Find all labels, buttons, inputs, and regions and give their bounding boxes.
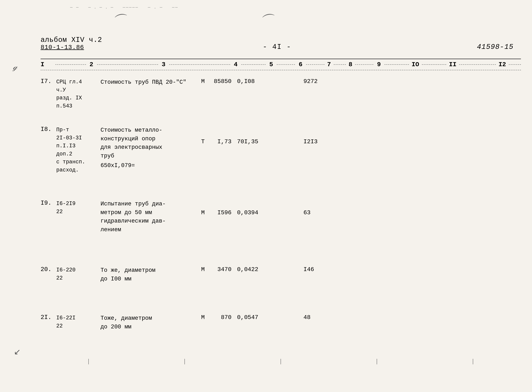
page: — — — . — . — ————— — . — —— ⌒ ⌒ ℊ альбо…: [0, 0, 532, 392]
row-20-norm: 0,0422: [237, 266, 267, 273]
col-header-6: 6: [295, 61, 306, 68]
row-17-desc: Стоимость труб ПВД 20-"С": [100, 77, 197, 87]
row-20-result: I46: [303, 266, 314, 273]
top-decoration: — — — . — . — ————— — . — ——: [70, 5, 499, 10]
header-top-row: альбом XIV ч.2 810-1-13.86 - 4I - 41598-…: [41, 36, 513, 51]
row-18-ref: Пр-т 2I-03-3I п.I.I3 доп.2 с трансп. рас…: [56, 125, 100, 174]
col-header-1: I: [41, 61, 55, 68]
album-title: альбом XIV ч.2: [41, 36, 102, 44]
row-18-norm: 70I,35: [237, 125, 267, 145]
row-19-norm: 0,0394: [237, 199, 267, 216]
bottom-left-mark: ↙: [14, 347, 21, 357]
row-21-desc: Тоже, диаметром до 200 мм: [100, 313, 197, 331]
curve-left-mark: ⌒: [113, 10, 131, 32]
margin-mark-top: ℊ: [13, 63, 17, 72]
row-17-qty: 85850: [209, 77, 237, 85]
row-20-unit: М: [197, 266, 209, 273]
bottom-ticks: [41, 359, 521, 364]
center-number: - 4I -: [263, 43, 292, 51]
row-17-unit: М: [197, 77, 209, 85]
curve-right-mark: ⌒: [260, 10, 278, 32]
top-dashes-4: — . —: [148, 5, 163, 10]
row-20-qty: 3470: [209, 266, 237, 273]
row-19-result: 63: [303, 199, 311, 216]
top-dashes-2: — . — . —: [88, 5, 114, 10]
row-19: I9. I6-2I9 22 Испытание труб диа- метром…: [41, 199, 521, 234]
row-21-result: 48: [303, 313, 311, 321]
col-header-9: 9: [373, 61, 384, 68]
row-17-ref: СРЦ гл.4 ч.У разд. IX п.543: [56, 77, 100, 110]
col-header-11: II: [446, 61, 459, 68]
row-17-result: 9272: [303, 77, 318, 85]
top-dashes-1: — —: [70, 5, 79, 10]
col-header-3: 3: [158, 61, 169, 68]
row-18-result: I2I3: [303, 125, 318, 145]
row-21-norm: 0,0547: [237, 313, 267, 321]
col-header-4: 4: [230, 61, 241, 68]
top-dashes-5: ——: [172, 5, 178, 10]
row-18: I8. Пр-т 2I-03-3I п.I.I3 доп.2 с трансп.…: [41, 125, 521, 174]
row-19-qty: I596: [209, 199, 237, 216]
tick-2: [184, 359, 185, 364]
row-19-ref: I6-2I9 22: [56, 199, 100, 216]
row-21-num: 2I.: [41, 313, 56, 321]
row-21-unit: М: [197, 313, 209, 321]
row-17-num: I7.: [41, 77, 56, 85]
row-21: 2I. I6-22I 22 Тоже, диаметром до 200 мм …: [41, 313, 521, 331]
tick-4: [377, 359, 377, 364]
row-20-desc: То же, диаметром до I00 мм: [100, 266, 197, 283]
row-20-num: 20.: [41, 266, 56, 273]
col-header-7: 7: [325, 61, 334, 68]
row-18-qty: I,73: [209, 125, 237, 145]
album-info: альбом XIV ч.2 810-1-13.86: [41, 36, 102, 51]
row-19-num: I9.: [41, 199, 56, 206]
row-21-qty: 870: [209, 313, 237, 321]
col-header-5: 5: [266, 61, 277, 68]
doc-number: 41598-15: [477, 43, 513, 51]
row-21-ref: I6-22I 22: [56, 313, 100, 330]
tick-5: [473, 359, 473, 364]
row-20: 20. I6-220 22 То же, диаметром до I00 мм…: [41, 266, 521, 283]
row-18-unit: Т: [197, 125, 209, 145]
row-17: I7. СРЦ гл.4 ч.У разд. IX п.543 Стоимост…: [41, 77, 521, 110]
col-header-8: 8: [346, 61, 355, 68]
row-18-num: I8.: [41, 125, 56, 133]
col-header-10: IO: [409, 61, 422, 68]
row-18-desc: Стоимость металло- конструкций опор для …: [100, 125, 197, 170]
col-header-12: I2: [496, 61, 509, 68]
column-headers: I 2 3 4 5 6 7 8 9 IO II I2: [41, 59, 521, 70]
col-header-2: 2: [86, 61, 97, 68]
tick-3: [281, 359, 281, 364]
top-dashes-3: —————: [123, 5, 139, 10]
row-19-desc: Испытание труб диа- метром до 50 мм гидр…: [100, 199, 197, 234]
header-area: альбом XIV ч.2 810-1-13.86 - 4I - 41598-…: [41, 36, 513, 51]
tick-1: [88, 359, 89, 364]
row-19-unit: М: [197, 199, 209, 216]
row-17-norm: 0,I08: [237, 77, 267, 85]
album-subtitle: 810-1-13.86: [41, 44, 102, 51]
row-20-ref: I6-220 22: [56, 266, 100, 282]
